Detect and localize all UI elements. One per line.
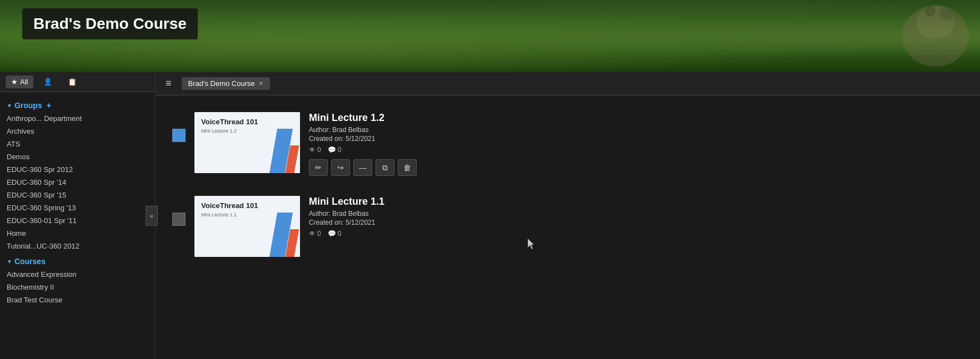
sidebar-item-educ360-spr2012[interactable]: EDUC-360 Spr 2012 [0,163,155,176]
main-layout: ★ All 👤 📋 ▼ Groups + Anthropo... Departm… [0,72,980,359]
sidebar-item-anthropo[interactable]: Anthropo... Department [0,112,155,125]
add-group-button[interactable]: + [47,101,51,110]
share-icon-1: ↪ [337,163,344,172]
author-prefix-1: Author: [309,126,332,134]
vt-thumb-subtitle-2: Mini Lecture 1.1 [201,212,237,218]
groups-header: ▼ Groups + [0,97,155,112]
banner-decoration [758,0,980,72]
vt-list: VoiceThread 101 Mini Lecture 1.2 Mini Le… [156,95,980,359]
sidebar-tab-bar: ★ All 👤 📋 [0,72,155,92]
sidebar: ★ All 👤 📋 ▼ Groups + Anthropo... Departm… [0,72,156,359]
vt-checkbox-2[interactable] [172,213,186,226]
copy-icon-1: ⧉ [382,163,388,173]
sidebar-item-brad-test-course[interactable]: Brad Test Course [0,294,155,306]
vt-author-1: Author: Brad Belbas [309,126,963,134]
sidebar-content: ▼ Groups + Anthropo... Department Archiv… [0,92,155,359]
tab-bookmark[interactable]: 📋 [62,75,82,88]
courses-header: ▼ Courses [0,252,155,268]
close-tab-button[interactable]: ✕ [258,80,263,87]
vt-checkbox-1[interactable] [172,129,186,142]
comments-count-2: 0 [338,230,342,237]
sidebar-item-home[interactable]: Home [0,227,155,240]
author-name-1: Brad Belbas [332,126,368,134]
created-date-2: 5/12/2021 [346,219,375,226]
minus-icon-1: — [359,163,367,172]
tab-all[interactable]: ★ All [6,75,33,88]
eye-icon-1: 👁 [309,146,316,154]
menu-button[interactable]: ≡ [161,75,176,92]
tab-bar: ≡ Brad's Demo Course ✕ [156,72,980,95]
views-count-1: 0 [317,146,321,154]
content-area: ≡ Brad's Demo Course ✕ VoiceThread 101 M… [156,72,980,359]
vt-item-2: VoiceThread 101 Mini Lecture 1.1 Mini Le… [172,190,963,262]
vt-title-1: Mini Lecture 1.2 [309,112,963,124]
course-title: Brad's Demo Course [33,15,187,32]
collapse-icon: « [150,213,153,219]
sidebar-item-educ360-spring13[interactable]: EDUC-360 Spring '13 [0,201,155,214]
sidebar-item-tutorial[interactable]: Tutorial...UC-360 2012 [0,240,155,252]
copy-button-1[interactable]: ⧉ [376,159,394,176]
created-prefix-1: Created on: [309,135,346,143]
groups-list: Anthropo... Department Archives ATS Demo… [0,112,155,252]
sidebar-item-educ360-spr15[interactable]: EDUC-360 Spr '15 [0,189,155,201]
comment-icon-2: 💬 [328,230,336,237]
collapse-sidebar-button[interactable]: « [146,206,158,226]
sidebar-item-archives[interactable]: Archives [0,125,155,138]
vt-thumb-subtitle-1: Mini Lecture 1.2 [201,128,237,134]
created-prefix-2: Created on: [309,219,346,226]
author-name-2: Brad Belbas [332,210,368,218]
svg-point-2 [940,7,953,21]
header-banner: Brad's Demo Course [0,0,980,72]
edit-icon-1: ✏ [315,163,322,172]
sidebar-item-educ360-01-spr11[interactable]: EDUC-360-01 Spr '11 [0,214,155,227]
vt-comments-2: 💬 0 [328,230,342,237]
course-title-box: Brad's Demo Course [22,8,198,39]
created-date-1: 5/12/2021 [346,135,375,143]
vt-info-2: Mini Lecture 1.1 Author: Brad Belbas Cre… [309,196,963,243]
comments-count-1: 0 [338,146,342,154]
sidebar-item-ats[interactable]: ATS [0,138,155,150]
views-count-2: 0 [317,230,321,237]
eye-icon-2: 👁 [309,230,316,237]
vt-title-2: Mini Lecture 1.1 [309,196,963,208]
vt-thumbnail-2[interactable]: VoiceThread 101 Mini Lecture 1.1 [194,196,300,257]
vt-author-2: Author: Brad Belbas [309,210,963,218]
vt-created-1: Created on: 5/12/2021 [309,135,963,143]
vt-thumb-title-2: VoiceThread 101 [201,201,258,211]
hamburger-icon: ≡ [166,78,172,89]
svg-point-3 [924,6,936,17]
courses-list: Advanced Expression Biochemistry II Brad… [0,268,155,306]
delete-button-1[interactable]: 🗑 [398,159,417,176]
sidebar-item-advanced-expression[interactable]: Advanced Expression [0,268,155,281]
sidebar-item-demos[interactable]: Demos [0,150,155,163]
content-tab-label: Brad's Demo Course [188,79,255,88]
share-button-1[interactable]: ↪ [331,159,350,176]
comment-icon-1: 💬 [328,146,336,154]
groups-label: Groups [14,101,42,110]
tab-all-label: All [20,78,28,86]
vt-thumbnail-1[interactable]: VoiceThread 101 Mini Lecture 1.2 [194,112,300,173]
edit-button-1[interactable]: ✏ [309,159,328,176]
bookmark-icon: 📋 [68,78,77,86]
star-icon: ★ [11,78,18,86]
content-tab-brads-demo[interactable]: Brad's Demo Course ✕ [182,77,270,90]
vt-comments-1: 💬 0 [328,146,342,154]
groups-collapse-icon: ▼ [7,103,12,109]
courses-collapse-icon: ▼ [7,259,12,265]
vt-views-2: 👁 0 [309,230,321,237]
courses-label: Courses [14,257,46,266]
minus-button-1[interactable]: — [353,159,372,176]
delete-icon-1: 🗑 [403,163,411,172]
vt-created-2: Created on: 5/12/2021 [309,219,963,226]
vt-stats-2: 👁 0 💬 0 [309,230,963,237]
vt-item-1: VoiceThread 101 Mini Lecture 1.2 Mini Le… [172,107,963,181]
sidebar-item-biochemistry-ii[interactable]: Biochemistry II [0,281,155,294]
vt-actions-1: ✏ ↪ — ⧉ 🗑 [309,159,963,176]
vt-stats-1: 👁 0 💬 0 [309,146,963,154]
tab-people[interactable]: 👤 [38,75,58,88]
author-prefix-2: Author: [309,210,332,218]
sidebar-item-educ360-spr14[interactable]: EDUC-360 Spr '14 [0,176,155,189]
vt-views-1: 👁 0 [309,146,321,154]
vt-thumb-title-1: VoiceThread 101 [201,118,258,127]
people-icon: 👤 [43,78,52,86]
